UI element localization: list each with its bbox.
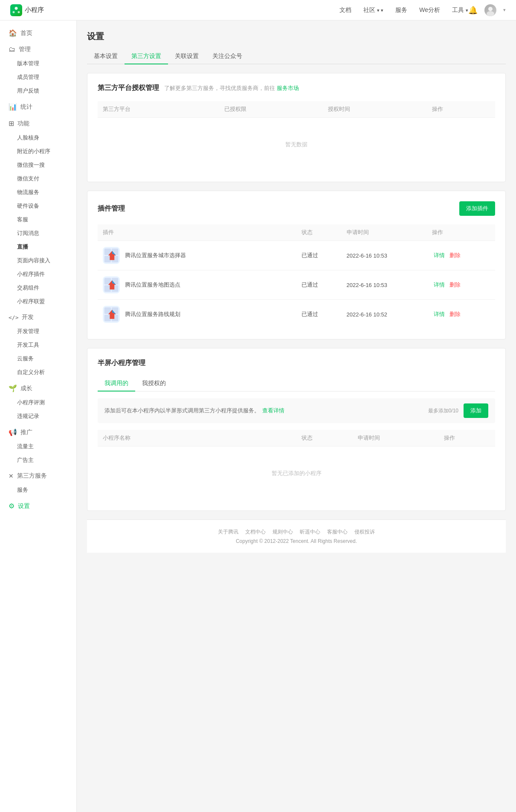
footer-link[interactable]: 昕遥中心 bbox=[300, 529, 320, 535]
plugin-icon-1 bbox=[103, 276, 120, 293]
sidebar-item-dev-tools[interactable]: 开发工具 bbox=[0, 338, 76, 352]
sidebar-item-plugin[interactable]: 小程序插件 bbox=[0, 267, 76, 281]
stats-icon: 📊 bbox=[9, 103, 17, 111]
sidebar-item-pay[interactable]: 微信支付 bbox=[0, 172, 76, 186]
nav-community[interactable]: 社区 ▾ bbox=[363, 6, 383, 14]
tab-follow[interactable]: 关注公众号 bbox=[206, 49, 249, 64]
half-screen-subtabs: 我调用的 我授权的 bbox=[98, 376, 495, 392]
hs-col-time: 申请时间 bbox=[353, 430, 438, 447]
sidebar-item-cloud[interactable]: 云服务 bbox=[0, 352, 76, 365]
sidebar-item-traffic[interactable]: 流量主 bbox=[0, 440, 76, 453]
add-half-screen-button[interactable]: 添加 bbox=[464, 403, 488, 418]
plugin-delete-2[interactable]: 删除 bbox=[448, 310, 462, 318]
nav-services[interactable]: 服务 bbox=[395, 6, 407, 14]
sidebar-item-trade[interactable]: 交易组件 bbox=[0, 281, 76, 295]
bell-icon[interactable]: 🔔 bbox=[468, 6, 478, 15]
tab-third-party[interactable]: 第三方设置 bbox=[125, 49, 168, 64]
footer-link[interactable]: 规则中心 bbox=[272, 529, 293, 535]
subtab-authorized[interactable]: 我授权的 bbox=[135, 376, 173, 392]
service-market-link[interactable]: 服务市场 bbox=[277, 85, 299, 91]
plugin-time-1: 2022-6-16 10:53 bbox=[342, 270, 427, 300]
sidebar-group-third: ✕ 第三方服务 服务 bbox=[0, 469, 76, 497]
col-platform: 第三方平台 bbox=[98, 101, 219, 118]
plugin-name-1: 腾讯位置服务地图选点 bbox=[125, 281, 180, 289]
info-text: 添加后可在本小程序内以半屏形式调用第三方小程序提供服务。 bbox=[104, 407, 260, 415]
sidebar-item-face[interactable]: 人脸核身 bbox=[0, 131, 76, 145]
sidebar-item-members[interactable]: 成员管理 bbox=[0, 70, 76, 84]
nav-right: 🔔 ▾ bbox=[468, 4, 506, 16]
nav-tools[interactable]: 工具 ▾ bbox=[452, 6, 468, 14]
plugin-col-time: 申请时间 bbox=[342, 224, 427, 241]
sidebar-item-home[interactable]: 🏠 首页 bbox=[0, 26, 76, 41]
sidebar-item-version[interactable]: 版本管理 bbox=[0, 57, 76, 70]
sidebar-item-feedback[interactable]: 用户反馈 bbox=[0, 84, 76, 98]
plugin-time-0: 2022-6-16 10:53 bbox=[342, 241, 427, 270]
avatar[interactable] bbox=[484, 4, 496, 16]
plugin-detail-0[interactable]: 详情 bbox=[432, 252, 446, 259]
sidebar-item-evaluation[interactable]: 小程序评测 bbox=[0, 396, 76, 409]
sidebar-item-violation[interactable]: 违规记录 bbox=[0, 409, 76, 423]
tab-basic[interactable]: 基本设置 bbox=[87, 49, 125, 64]
plugin-delete-1[interactable]: 删除 bbox=[448, 281, 462, 289]
half-screen-empty: 暂无已添加的小程序 bbox=[103, 452, 490, 494]
sidebar-item-nearby[interactable]: 附近的小程序 bbox=[0, 145, 76, 158]
sidebar-item-cs[interactable]: 客服 bbox=[0, 213, 76, 226]
plugin-detail-2[interactable]: 详情 bbox=[432, 310, 446, 318]
manage-icon: 🗂 bbox=[9, 46, 15, 53]
plugin-detail-1[interactable]: 详情 bbox=[432, 281, 446, 289]
footer-link[interactable]: 文档中心 bbox=[245, 529, 266, 535]
hs-col-name: 小程序名称 bbox=[98, 430, 296, 447]
subtab-mine[interactable]: 我调用的 bbox=[98, 376, 135, 392]
half-screen-card: 半屏小程序管理 我调用的 我授权的 添加后可在本小程序内以半屏形式调用第三方小程… bbox=[87, 348, 506, 511]
plugin-title: 插件管理 bbox=[98, 204, 125, 213]
sidebar-item-hardware[interactable]: 硬件设备 bbox=[0, 199, 76, 213]
plugin-col-actions: 操作 bbox=[427, 224, 495, 241]
sidebar-item-subscribe[interactable]: 订阅消息 bbox=[0, 226, 76, 240]
sidebar-item-custom-analysis[interactable]: 自定义分析 bbox=[0, 365, 76, 379]
promo-icon: 📢 bbox=[9, 428, 17, 436]
sidebar-item-live[interactable]: 直播 bbox=[0, 240, 76, 254]
svg-point-0 bbox=[488, 7, 493, 11]
nav-weanalysis[interactable]: We分析 bbox=[419, 6, 440, 14]
sidebar-item-logistics[interactable]: 物流服务 bbox=[0, 186, 76, 199]
layout: 🏠 首页 🗂 管理 版本管理 成员管理 用户反馈 📊 统计 ⊞ 功 bbox=[0, 20, 516, 812]
logo[interactable]: 小程序 bbox=[10, 4, 44, 16]
footer-link[interactable]: 关于腾讯 bbox=[218, 529, 238, 535]
sidebar-group-home: 🏠 首页 bbox=[0, 26, 76, 41]
plugin-row: 腾讯位置服务地图选点 已通过 2022-6-16 10:53 详情 删除 bbox=[98, 270, 495, 300]
plugin-col-name: 插件 bbox=[98, 224, 296, 241]
top-nav: 小程序 文档 社区 ▾ 服务 We分析 工具 ▾ 🔔 ▾ bbox=[0, 0, 516, 20]
plugin-header: 插件管理 添加插件 bbox=[98, 201, 495, 216]
sidebar-item-dev-manage[interactable]: 开发管理 bbox=[0, 325, 76, 338]
sidebar-item-page-content[interactable]: 页面内容接入 bbox=[0, 254, 76, 267]
footer-link[interactable]: 侵权投诉 bbox=[354, 529, 375, 535]
sidebar-item-stats[interactable]: 📊 统计 bbox=[0, 99, 76, 114]
settings-icon: ⚙ bbox=[9, 502, 14, 510]
half-screen-info: 添加后可在本小程序内以半屏形式调用第三方小程序提供服务。 查看详情 最多添加0/… bbox=[98, 398, 495, 423]
sidebar-group-growth-title: 🌱 成长 bbox=[0, 381, 76, 396]
plugin-delete-0[interactable]: 删除 bbox=[448, 252, 462, 259]
sidebar-group-third-title: ✕ 第三方服务 bbox=[0, 469, 76, 483]
sidebar-item-third-service[interactable]: 服务 bbox=[0, 483, 76, 497]
avatar-dropdown[interactable]: ▾ bbox=[503, 7, 506, 13]
table-empty-row: 暂无数据 bbox=[98, 118, 495, 172]
footer: 关于腾讯文档中心规则中心昕遥中心客服中心侵权投诉 Copyright © 201… bbox=[87, 519, 506, 553]
hs-col-status: 状态 bbox=[296, 430, 353, 447]
tab-related[interactable]: 关联设置 bbox=[168, 49, 206, 64]
plugin-status-1: 已通过 bbox=[296, 270, 342, 300]
third-party-empty: 暂无数据 bbox=[103, 124, 490, 165]
col-permissions: 已授权限 bbox=[219, 101, 323, 118]
footer-link[interactable]: 客服中心 bbox=[327, 529, 348, 535]
view-details-link[interactable]: 查看详情 bbox=[262, 407, 284, 415]
sidebar-item-advertiser[interactable]: 广告主 bbox=[0, 453, 76, 467]
col-actions: 操作 bbox=[427, 101, 495, 118]
nav-docs[interactable]: 文档 bbox=[339, 6, 351, 14]
sidebar-item-alliance[interactable]: 小程序联盟 bbox=[0, 295, 76, 308]
plugin-row: 腾讯位置服务城市选择器 已通过 2022-6-16 10:53 详情 删除 bbox=[98, 241, 495, 270]
sidebar-item-settings[interactable]: ⚙ 设置 bbox=[0, 499, 76, 513]
sidebar-group-manage-title: 🗂 管理 bbox=[0, 42, 76, 57]
plugin-card: 插件管理 添加插件 插件 状态 申请时间 操作 bbox=[87, 191, 506, 339]
add-plugin-button[interactable]: 添加插件 bbox=[459, 201, 495, 216]
sidebar-item-search[interactable]: 微信搜一搜 bbox=[0, 158, 76, 172]
third-party-subtitle: 了解更多第三方服务，寻找优质服务商，前往 服务市场 bbox=[164, 84, 299, 92]
